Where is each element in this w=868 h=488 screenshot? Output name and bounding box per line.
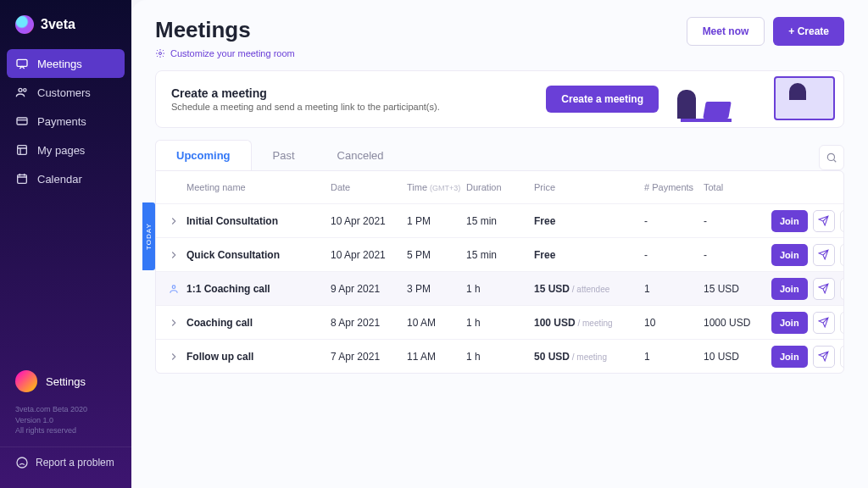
col-time: Time (GMT+3) [407, 182, 466, 192]
send-link-button[interactable] [813, 312, 835, 334]
table-header: Meeting name Date Time (GMT+3) Duration … [156, 171, 843, 203]
meeting-duration: 15 min [466, 215, 534, 227]
meeting-time: 11 AM [407, 351, 466, 363]
meeting-duration: 1 h [466, 317, 534, 329]
sidebar-item-calendar[interactable]: Calendar [0, 164, 131, 193]
col-total: Total [704, 182, 771, 192]
search-button[interactable] [819, 145, 844, 170]
sidebar-meta: 3veta.com Beta 2020 Version 1.0 All righ… [0, 401, 131, 446]
svg-rect-4 [18, 146, 27, 155]
table-row[interactable]: Initial Consultation10 Apr 20211 PM15 mi… [156, 203, 843, 237]
meeting-name: Quick Consultation [186, 249, 331, 261]
meeting-time: 5 PM [407, 249, 466, 261]
send-link-button[interactable] [813, 244, 835, 266]
create-button[interactable]: + Create [773, 17, 844, 46]
svg-rect-0 [17, 59, 27, 66]
cancel-meeting-button[interactable] [840, 244, 844, 266]
brand-logo[interactable]: 3veta [0, 15, 131, 49]
cancel-meeting-button[interactable] [840, 312, 844, 334]
meetings-table: Meeting name Date Time (GMT+3) Duration … [155, 170, 844, 374]
tab-upcoming[interactable]: Upcoming [155, 140, 252, 170]
search-icon [826, 152, 837, 164]
svg-point-1 [19, 88, 22, 92]
meeting-payments: 1 [644, 283, 704, 295]
send-icon [818, 249, 829, 260]
meeting-time: 3 PM [407, 283, 466, 295]
calendar-icon [15, 172, 29, 186]
tab-canceled[interactable]: Canceled [316, 140, 405, 170]
send-link-button[interactable] [813, 210, 835, 232]
svg-rect-3 [17, 118, 27, 125]
gear-icon [155, 48, 165, 58]
sidebar-settings[interactable]: Settings [0, 362, 131, 401]
send-icon [818, 351, 829, 362]
chevron-right-icon [168, 215, 180, 227]
customize-room-link[interactable]: Customize your meeting room [155, 48, 295, 58]
logo-mark-icon [15, 15, 34, 34]
svg-point-11 [172, 285, 175, 288]
table-row[interactable]: Follow up call7 Apr 202111 AM1 h50 USD /… [156, 339, 843, 373]
cancel-meeting-button[interactable] [840, 346, 844, 368]
meeting-date: 10 Apr 2021 [331, 215, 407, 227]
col-price: Price [534, 182, 644, 192]
page-title: Meetings [155, 17, 295, 43]
table-row[interactable]: Quick Consultation10 Apr 20215 PM15 minF… [156, 237, 843, 271]
users-icon [15, 86, 29, 99]
join-button[interactable]: Join [771, 312, 808, 334]
col-duration: Duration [466, 182, 534, 192]
join-button[interactable]: Join [771, 244, 808, 266]
join-button[interactable]: Join [771, 278, 808, 300]
join-button[interactable]: Join [771, 210, 808, 232]
sidebar-item-payments[interactable]: Payments [0, 107, 131, 136]
send-icon [818, 283, 829, 294]
tab-past[interactable]: Past [252, 140, 316, 170]
col-name: Meeting name [186, 182, 331, 192]
cancel-meeting-button[interactable] [840, 210, 844, 232]
col-date: Date [331, 182, 407, 192]
meeting-total: 10 USD [704, 351, 771, 363]
chevron-right-icon [168, 249, 180, 261]
brand-name: 3veta [41, 17, 75, 32]
frown-icon [15, 456, 29, 469]
meeting-price: Free [534, 215, 644, 227]
join-button[interactable]: Join [771, 346, 808, 368]
meeting-name: Follow up call [186, 351, 331, 363]
table-row[interactable]: Coaching call8 Apr 202110 AM1 h100 USD /… [156, 305, 843, 339]
col-payments: # Payments [644, 182, 704, 192]
create-meeting-banner: Create a meeting Schedule a meeting and … [155, 70, 844, 128]
meeting-total: - [704, 249, 771, 261]
svg-point-6 [17, 458, 27, 468]
meeting-payments: - [644, 215, 704, 227]
sidebar-item-mypages[interactable]: My pages [0, 136, 131, 164]
sidebar-item-label: Payments [37, 115, 86, 128]
meeting-payments: 1 [644, 351, 704, 363]
chat-icon [15, 57, 29, 70]
create-meeting-button[interactable]: Create a meeting [546, 86, 659, 113]
svg-point-7 [159, 53, 162, 55]
meeting-payments: 10 [644, 317, 704, 329]
cancel-meeting-button[interactable] [840, 278, 844, 300]
meet-now-button[interactable]: Meet now [687, 17, 765, 46]
meeting-price: 100 USD / meeting [534, 317, 644, 329]
meeting-price: Free [534, 249, 644, 261]
avatar [15, 370, 37, 392]
send-icon [818, 215, 829, 226]
send-link-button[interactable] [813, 346, 835, 368]
meeting-time: 10 AM [407, 317, 466, 329]
report-problem[interactable]: Report a problem [0, 446, 131, 478]
today-flag: TODAY [142, 202, 155, 270]
meeting-date: 9 Apr 2021 [331, 283, 407, 295]
sidebar-item-customers[interactable]: Customers [0, 78, 131, 107]
chevron-right-icon [168, 317, 180, 329]
chevron-right-icon [168, 351, 180, 363]
sidebar-item-meetings[interactable]: Meetings [7, 49, 125, 78]
sidebar: 3veta Meetings Customers Payments My pag… [0, 0, 131, 488]
send-link-button[interactable] [813, 278, 835, 300]
svg-point-2 [24, 89, 26, 92]
sidebar-item-label: Meetings [37, 58, 82, 70]
banner-title: Create a meeting [171, 86, 440, 100]
meeting-name: Initial Consultation [186, 215, 331, 227]
meeting-date: 8 Apr 2021 [331, 317, 407, 329]
pages-icon [15, 143, 29, 157]
table-row[interactable]: 1:1 Coaching call9 Apr 20213 PM1 h15 USD… [156, 271, 843, 305]
